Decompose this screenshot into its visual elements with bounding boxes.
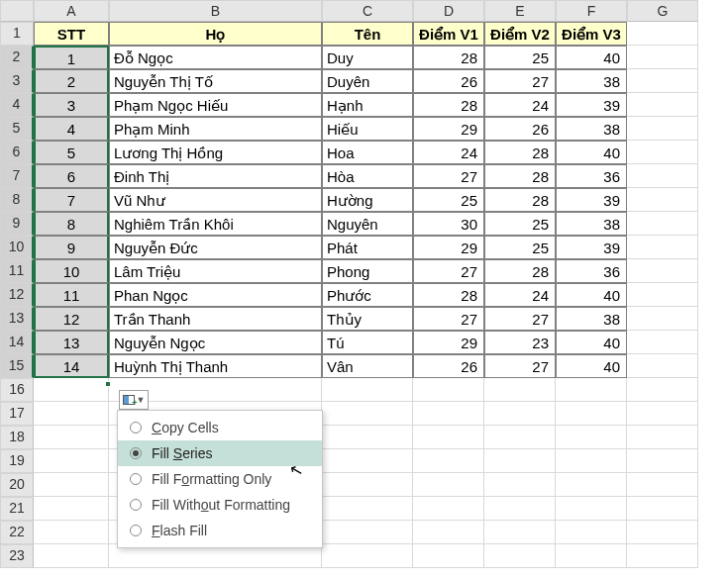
cell-E3[interactable]: 27 (484, 69, 556, 93)
cell-G6[interactable] (627, 141, 698, 164)
cell-B10[interactable]: Nguyễn Đức (109, 236, 322, 259)
cell-empty-16-4[interactable] (484, 378, 556, 402)
cell-empty-16-3[interactable] (413, 378, 484, 402)
menu-item-3[interactable]: Fill Without Formatting (118, 492, 322, 518)
row-header-15[interactable]: 15 (0, 354, 34, 378)
cell-F8[interactable]: 39 (556, 188, 627, 212)
cell-G11[interactable] (627, 259, 698, 283)
row-header-3[interactable]: 3 (0, 69, 34, 93)
cell-E6[interactable]: 28 (484, 141, 556, 164)
menu-item-1[interactable]: Fill Series (118, 440, 322, 466)
cell-empty-17-4[interactable] (484, 402, 556, 426)
column-header-A[interactable]: A (34, 0, 109, 22)
cell-G9[interactable] (627, 212, 698, 236)
cell-empty-18-2[interactable] (322, 426, 413, 449)
cell-E12[interactable]: 24 (484, 283, 556, 307)
header-cell-A[interactable]: STT (34, 22, 109, 46)
menu-item-0[interactable]: Copy Cells (118, 415, 322, 440)
cell-empty-21-6[interactable] (627, 497, 698, 521)
cell-B12[interactable]: Phan Ngọc (109, 283, 322, 307)
select-all-corner[interactable] (0, 0, 34, 22)
row-header-2[interactable]: 2 (0, 46, 34, 69)
cell-D11[interactable]: 27 (413, 259, 484, 283)
cell-empty-19-2[interactable] (322, 449, 413, 473)
cell-A9[interactable]: 8 (34, 212, 109, 236)
cell-D3[interactable]: 26 (413, 69, 484, 93)
cell-F6[interactable]: 40 (556, 141, 627, 164)
cell-empty-17-0[interactable] (34, 402, 109, 426)
cell-B11[interactable]: Lâm Triệu (109, 259, 322, 283)
cell-B7[interactable]: Đinh Thị (109, 164, 322, 188)
cell-empty-23-0[interactable] (34, 544, 109, 568)
cell-B15[interactable]: Huỳnh Thị Thanh (109, 354, 322, 378)
cell-empty-17-5[interactable] (556, 402, 627, 426)
cell-A3[interactable]: 2 (34, 69, 109, 93)
cell-D6[interactable]: 24 (413, 141, 484, 164)
cell-empty-22-6[interactable] (627, 521, 698, 544)
menu-item-2[interactable]: Fill Formatting Only (118, 466, 322, 492)
cell-empty-22-2[interactable] (322, 521, 413, 544)
autofill-options-button[interactable]: + ▼ (119, 390, 149, 410)
cell-empty-19-5[interactable] (556, 449, 627, 473)
cell-empty-21-5[interactable] (556, 497, 627, 521)
cell-A11[interactable]: 10 (34, 259, 109, 283)
cell-A10[interactable]: 9 (34, 236, 109, 259)
cell-F13[interactable]: 38 (556, 307, 627, 331)
cell-E10[interactable]: 25 (484, 236, 556, 259)
header-cell-C[interactable]: Tên (322, 22, 413, 46)
column-header-B[interactable]: B (109, 0, 322, 22)
cell-C7[interactable]: Hòa (322, 164, 413, 188)
fill-handle[interactable] (105, 381, 111, 387)
cell-E7[interactable]: 28 (484, 164, 556, 188)
cell-empty-16-0[interactable] (34, 378, 109, 402)
cell-G12[interactable] (627, 283, 698, 307)
cell-B13[interactable]: Trần Thanh (109, 307, 322, 331)
column-header-F[interactable]: F (556, 0, 627, 22)
row-header-5[interactable]: 5 (0, 117, 34, 141)
cell-empty-21-4[interactable] (484, 497, 556, 521)
row-header-12[interactable]: 12 (0, 283, 34, 307)
cell-C13[interactable]: Thủy (322, 307, 413, 331)
cell-empty-22-0[interactable] (34, 521, 109, 544)
cell-G2[interactable] (627, 46, 698, 69)
cell-empty-16-5[interactable] (556, 378, 627, 402)
cell-empty-18-5[interactable] (556, 426, 627, 449)
cell-empty-18-6[interactable] (627, 426, 698, 449)
cell-B2[interactable]: Đỗ Ngọc (109, 46, 322, 69)
cell-G14[interactable] (627, 331, 698, 354)
cell-F14[interactable]: 40 (556, 331, 627, 354)
cell-A2[interactable]: 1 (34, 46, 109, 69)
row-header-22[interactable]: 22 (0, 521, 34, 544)
column-header-G[interactable]: G (627, 0, 698, 22)
cell-C4[interactable]: Hạnh (322, 93, 413, 117)
cell-F11[interactable]: 36 (556, 259, 627, 283)
cell-B14[interactable]: Nguyễn Ngọc (109, 331, 322, 354)
cell-C12[interactable]: Phước (322, 283, 413, 307)
row-header-9[interactable]: 9 (0, 212, 34, 236)
cell-empty-20-4[interactable] (484, 473, 556, 497)
column-header-D[interactable]: D (413, 0, 484, 22)
cell-C9[interactable]: Nguyên (322, 212, 413, 236)
cell-empty-20-3[interactable] (413, 473, 484, 497)
cell-B8[interactable]: Vũ Như (109, 188, 322, 212)
cell-G5[interactable] (627, 117, 698, 141)
cell-D15[interactable]: 26 (413, 354, 484, 378)
cell-D4[interactable]: 28 (413, 93, 484, 117)
cell-C8[interactable]: Hường (322, 188, 413, 212)
cell-C10[interactable]: Phát (322, 236, 413, 259)
row-header-17[interactable]: 17 (0, 402, 34, 426)
cell-empty-23-3[interactable] (413, 544, 484, 568)
cell-F15[interactable]: 40 (556, 354, 627, 378)
cell-G15[interactable] (627, 354, 698, 378)
cell-G1[interactable] (627, 22, 698, 46)
cell-F12[interactable]: 40 (556, 283, 627, 307)
row-header-7[interactable]: 7 (0, 164, 34, 188)
cell-empty-22-3[interactable] (413, 521, 484, 544)
cell-empty-19-6[interactable] (627, 449, 698, 473)
cell-C15[interactable]: Vân (322, 354, 413, 378)
cell-E15[interactable]: 27 (484, 354, 556, 378)
cell-E9[interactable]: 25 (484, 212, 556, 236)
cell-empty-20-5[interactable] (556, 473, 627, 497)
cell-D12[interactable]: 28 (413, 283, 484, 307)
cell-A7[interactable]: 6 (34, 164, 109, 188)
